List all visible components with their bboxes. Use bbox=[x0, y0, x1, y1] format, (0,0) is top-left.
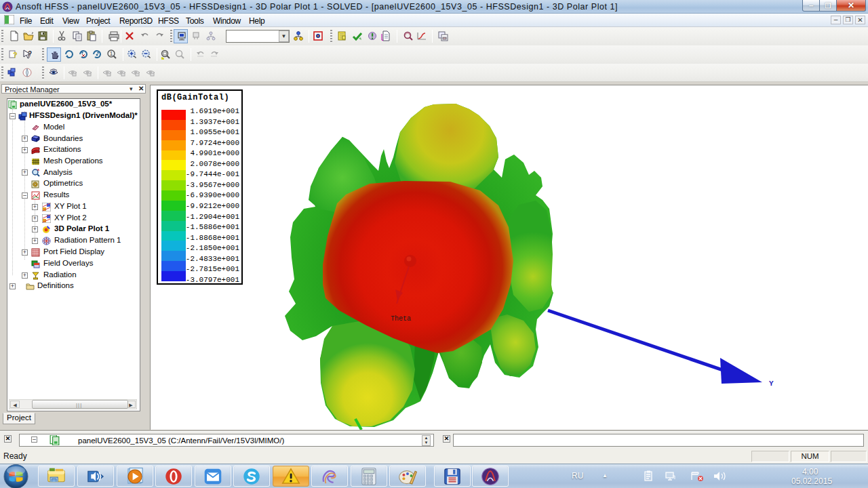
svg-text:Theta: Theta bbox=[391, 315, 411, 323]
svg-text:?: ? bbox=[28, 50, 32, 58]
svg-text:Y: Y bbox=[769, 380, 774, 388]
svg-text:?: ? bbox=[13, 51, 18, 59]
svg-text:1: 1 bbox=[110, 50, 113, 57]
